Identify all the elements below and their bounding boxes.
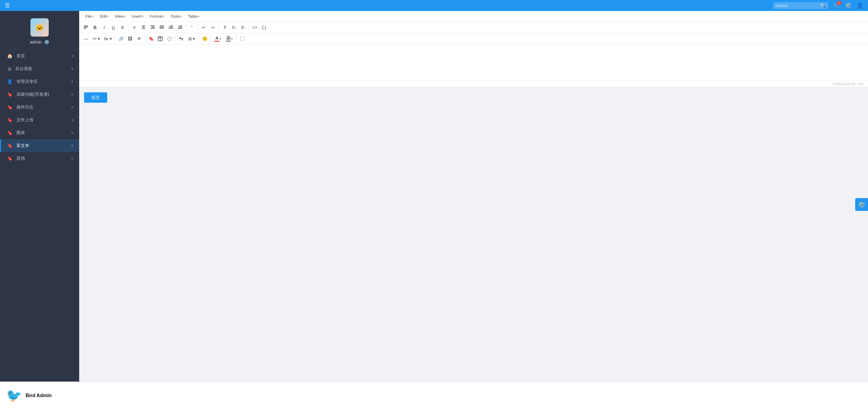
- hr-btn[interactable]: —: [82, 34, 90, 43]
- floating-gear-button[interactable]: ⚙️: [855, 198, 868, 211]
- link-btn[interactable]: 🔗: [117, 34, 125, 43]
- underline-btn[interactable]: U: [109, 23, 118, 32]
- menu-view[interactable]: View ▾: [113, 13, 128, 20]
- unordered-list-btn[interactable]: ≔ ▾: [91, 34, 102, 43]
- align-right-btn[interactable]: [148, 23, 157, 32]
- brand-name: Bird Admin: [26, 393, 52, 398]
- superscript-btn[interactable]: X2: [239, 23, 247, 32]
- sidebar-item-backend-label: 后台系统: [15, 66, 32, 71]
- sidebar: 🐱 admin ⚙️ 🏠 首页 ▾ 🖥 后台系统 ▾: [0, 11, 79, 382]
- font-color-btn[interactable]: A ▾: [212, 34, 223, 43]
- chevron-down-icon: ▾: [71, 54, 73, 58]
- indent-btn[interactable]: [166, 23, 175, 32]
- menu-tools[interactable]: Tools ▾: [168, 13, 184, 20]
- chevron-down-icon: ▾: [71, 144, 73, 148]
- separator11: [236, 36, 237, 42]
- sidebar-item-backend[interactable]: 🖥 后台系统 ▾: [0, 62, 79, 75]
- outdent-btn[interactable]: [176, 23, 184, 32]
- user-icon[interactable]: 👤: [857, 2, 863, 9]
- strikethrough-btn[interactable]: S: [118, 23, 127, 32]
- svg-marker-15: [169, 26, 169, 27]
- chevron-down-icon: ▾: [71, 131, 73, 135]
- svg-marker-19: [178, 26, 179, 27]
- search-input[interactable]: [775, 3, 818, 8]
- home-icon: 🏠: [7, 53, 13, 59]
- svg-rect-6: [151, 26, 155, 26]
- avatar-image: 🐱: [30, 18, 49, 36]
- align-left-btn[interactable]: ≡: [130, 23, 138, 32]
- menu-edit[interactable]: Edit ▾: [97, 13, 111, 20]
- anchor-btn[interactable]: 🔖: [147, 34, 155, 43]
- sidebar-item-oplog[interactable]: 🔖 操作日志 ▾: [0, 101, 79, 114]
- menu-file-label: File: [85, 14, 92, 19]
- fullscreen-btn[interactable]: ⛶: [238, 34, 247, 43]
- sidebar-item-other[interactable]: 🔖 其他 ▾: [0, 152, 79, 165]
- sidebar-item-richtext-label: 富文本: [17, 143, 29, 148]
- advanced-icon: 🔖: [7, 92, 13, 97]
- chevron-down-icon: ▾: [71, 67, 73, 71]
- svg-rect-18: [178, 28, 182, 29]
- bg-color-btn[interactable]: A ▾: [224, 34, 235, 43]
- notification-icon[interactable]: 🛒 1: [833, 2, 840, 9]
- chevron-down-icon: ▾: [71, 92, 73, 97]
- search-box[interactable]: 🔍: [773, 2, 828, 9]
- separator2: [186, 24, 186, 30]
- menu-insert[interactable]: Insert ▾: [129, 13, 146, 20]
- sidebar-item-advanced[interactable]: 🔖 高级功能(开发者) ▾: [0, 88, 79, 101]
- svg-rect-13: [170, 27, 173, 27]
- sidebar-item-admin-area[interactable]: 👤 管理员专区 ▾: [0, 75, 79, 88]
- sidebar-item-charts[interactable]: 🔖 图表 ▾: [0, 126, 79, 139]
- code-block-btn[interactable]: {;}: [260, 23, 268, 32]
- underline-icon: U: [112, 25, 115, 30]
- charts-icon: 🔖: [7, 130, 13, 136]
- strikethrough-icon: S: [121, 25, 124, 30]
- sidebar-item-richtext[interactable]: 🔖 富文本 ▾: [0, 139, 79, 152]
- sidebar-item-upload[interactable]: 🔖 文件上传 ▾: [0, 114, 79, 126]
- upload-icon: 🔖: [7, 117, 13, 123]
- sidebar-item-oplog-label: 操作日志: [17, 105, 33, 110]
- svg-rect-17: [179, 27, 182, 27]
- submit-button[interactable]: 提交: [84, 92, 107, 103]
- menu-bar: File ▾ Edit ▾ View ▾ Insert ▾ Format ▾: [79, 11, 868, 22]
- pagebreak-btn[interactable]: [177, 34, 185, 43]
- blockquote-btn[interactable]: ": [188, 23, 196, 32]
- clear-format-btn[interactable]: T: [220, 23, 229, 32]
- preview-btn[interactable]: 👁: [135, 34, 144, 43]
- code-btn[interactable]: <>: [251, 23, 259, 32]
- clock-btn[interactable]: 🕐: [165, 34, 174, 43]
- separator9: [198, 36, 199, 42]
- top-bar-left: ☰: [5, 2, 10, 9]
- svg-rect-10: [160, 27, 164, 27]
- subscript-btn[interactable]: X2: [230, 23, 238, 32]
- settings-icon[interactable]: ⚙️: [845, 2, 851, 9]
- svg-rect-14: [169, 28, 173, 29]
- bold-btn[interactable]: B: [91, 23, 99, 32]
- user-settings-icon[interactable]: ⚙️: [44, 40, 49, 45]
- find-replace-btn[interactable]: [82, 23, 90, 32]
- sidebar-nav: 🏠 首页 ▾ 🖥 后台系统 ▾ 👤 管理员专区 ▾: [0, 50, 79, 165]
- sidebar-item-home[interactable]: 🏠 首页 ▾: [0, 50, 79, 62]
- table-insert-btn[interactable]: [156, 34, 164, 43]
- user-name-row: admin ⚙️: [30, 40, 49, 45]
- undo-btn[interactable]: ↩: [199, 23, 208, 32]
- other-icon: 🔖: [7, 156, 13, 161]
- hamburger-icon[interactable]: ☰: [5, 2, 10, 9]
- ordered-list-btn[interactable]: № ▾: [102, 34, 113, 43]
- menu-file[interactable]: File ▾: [83, 13, 96, 20]
- menu-insert-label: Insert: [131, 14, 142, 19]
- menu-table-label: Table: [188, 14, 197, 19]
- tools-chevron-icon: ▾: [180, 14, 182, 18]
- svg-rect-7: [152, 27, 155, 27]
- emoji-btn[interactable]: 🙂: [200, 34, 209, 43]
- italic-btn[interactable]: I: [100, 23, 108, 32]
- avatar: 🐱: [30, 18, 49, 36]
- table-btn[interactable]: ⊞ ▾: [186, 34, 197, 43]
- redo-btn[interactable]: ↪: [209, 23, 217, 32]
- menu-format[interactable]: Format ▾: [147, 13, 167, 20]
- image-btn[interactable]: 🖼: [126, 34, 134, 43]
- justify-btn[interactable]: [157, 23, 166, 32]
- menu-table[interactable]: Table ▾: [185, 13, 202, 20]
- align-center-btn[interactable]: [139, 23, 148, 32]
- svg-rect-5: [142, 28, 145, 29]
- editor-content-area[interactable]: [79, 45, 868, 81]
